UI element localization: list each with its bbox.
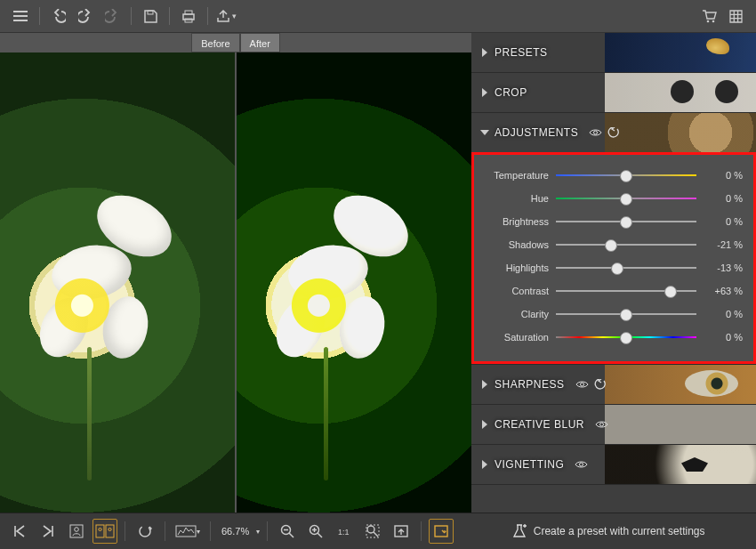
share-icon[interactable]: ▾: [215, 4, 238, 28]
compare-view-icon[interactable]: [92, 519, 117, 544]
create-preset-button[interactable]: Create a preset with current settings: [461, 513, 756, 549]
top-toolbar: ▾: [0, 0, 756, 33]
slider-label-saturation: Saturation: [485, 332, 549, 343]
before-tab[interactable]: Before: [191, 33, 239, 52]
panel-creative-blur[interactable]: CREATIVE BLUR: [471, 405, 756, 444]
reset-icon[interactable]: [607, 127, 619, 138]
svg-point-4: [706, 20, 709, 22]
print-icon[interactable]: [177, 4, 200, 28]
slider-clarity[interactable]: [556, 308, 696, 320]
eye-icon[interactable]: [595, 420, 608, 429]
slider-hue[interactable]: [556, 192, 696, 205]
slider-value-temperature: 0 %: [704, 170, 743, 181]
after-image[interactable]: [237, 52, 471, 513]
svg-point-5: [712, 20, 714, 22]
slider-shadows[interactable]: [556, 238, 696, 251]
zoom-in-icon[interactable]: [303, 519, 328, 544]
last-image-icon[interactable]: [36, 519, 60, 544]
first-image-icon[interactable]: [7, 519, 32, 544]
panel-sharpness[interactable]: SHARPNESS: [471, 365, 756, 404]
svg-point-9: [580, 463, 583, 466]
slider-contrast[interactable]: [556, 285, 696, 297]
svg-text:1:1: 1:1: [338, 528, 350, 537]
slider-value-clarity: 0 %: [704, 309, 743, 319]
svg-point-7: [580, 383, 583, 386]
panel-presets[interactable]: PRESETS: [471, 33, 756, 72]
flask-plus-icon: [512, 524, 527, 538]
panel-crop[interactable]: CROP: [471, 73, 756, 112]
zoom-100-icon[interactable]: 1:1: [332, 519, 357, 544]
menu-icon[interactable]: [9, 4, 32, 28]
undo-icon[interactable]: [47, 4, 70, 28]
histogram-icon[interactable]: ▾: [173, 519, 203, 544]
slider-label-shadows: Shadows: [485, 239, 549, 250]
save-icon[interactable]: [139, 4, 162, 28]
zoom-level[interactable]: 66.7%: [218, 526, 253, 537]
slider-value-highlights: -13 %: [704, 262, 743, 273]
eye-icon[interactable]: [575, 460, 588, 469]
navigator-icon[interactable]: [429, 519, 454, 544]
svg-point-11: [75, 528, 79, 532]
slider-label-contrast: Contrast: [485, 286, 549, 296]
slider-value-shadows: -21 %: [704, 239, 743, 250]
before-image[interactable]: [0, 52, 235, 513]
eye-icon[interactable]: [575, 380, 589, 389]
canvas-area: Before After: [0, 33, 471, 513]
zoom-fit-icon[interactable]: [360, 519, 385, 544]
redo-icon[interactable]: [74, 4, 97, 28]
bottom-toolbar: ▾ 66.7%▾ 1:1: [0, 513, 461, 549]
redo-disabled-icon: [101, 4, 124, 28]
rotate-icon[interactable]: [133, 519, 157, 544]
svg-point-14: [99, 528, 101, 530]
slider-label-highlights: Highlights: [485, 262, 549, 273]
slider-label-brightness: Brightness: [485, 216, 549, 227]
slider-label-temperature: Temperature: [485, 170, 549, 181]
adjustments-body: Temperature0 %Hue0 %Brightness0 %Shadows…: [471, 152, 756, 364]
slider-brightness[interactable]: [556, 215, 696, 228]
slider-saturation[interactable]: [556, 331, 696, 343]
slider-label-clarity: Clarity: [485, 309, 549, 319]
svg-point-21: [367, 526, 374, 533]
right-sidebar: PRESETS CROP ADJUSTMENTS Temperature0 %H…: [471, 33, 756, 513]
slider-value-brightness: 0 %: [704, 216, 743, 227]
svg-point-6: [594, 131, 598, 134]
after-tab[interactable]: After: [240, 33, 280, 52]
slider-label-hue: Hue: [485, 193, 549, 204]
create-preset-label: Create a preset with current settings: [534, 525, 705, 537]
reset-icon[interactable]: [594, 379, 606, 390]
cart-icon[interactable]: [697, 4, 720, 28]
svg-point-15: [109, 528, 111, 530]
eye-icon[interactable]: [589, 128, 602, 137]
zoom-out-icon[interactable]: [275, 519, 300, 544]
panel-vignetting[interactable]: VIGNETTING: [471, 445, 756, 484]
slider-value-contrast: +63 %: [704, 286, 743, 296]
grid-icon[interactable]: [724, 4, 747, 28]
svg-point-8: [599, 423, 603, 426]
svg-point-16: [140, 526, 150, 537]
panel-adjustments[interactable]: ADJUSTMENTS: [471, 113, 756, 152]
slider-value-saturation: 0 %: [704, 332, 743, 343]
slider-temperature[interactable]: [556, 169, 696, 182]
single-view-icon[interactable]: [64, 519, 89, 544]
fit-screen-icon[interactable]: [389, 519, 414, 544]
slider-highlights[interactable]: [556, 262, 696, 274]
slider-value-hue: 0 %: [704, 193, 743, 204]
